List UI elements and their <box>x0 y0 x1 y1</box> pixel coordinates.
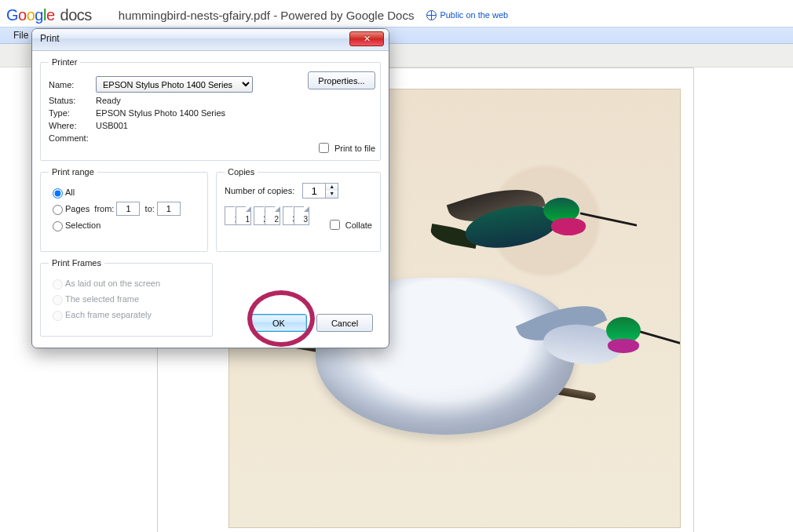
print-range-group: Print range All Pages from: to: <box>40 167 208 252</box>
google-logo: Google docs <box>6 6 92 24</box>
close-icon: ✕ <box>364 34 371 43</box>
public-on-web-label: Public on the web <box>440 10 508 20</box>
range-from-label: from: <box>94 204 114 213</box>
cancel-button[interactable]: Cancel <box>316 314 373 332</box>
range-pages-radio[interactable] <box>53 205 63 215</box>
dialog-titlebar[interactable]: Print ✕ <box>32 29 389 51</box>
collate-label: Collate <box>345 220 372 230</box>
comment-label: Comment: <box>49 133 96 143</box>
where-value: USB001 <box>96 121 128 130</box>
frames-each-radio <box>53 311 63 321</box>
range-to-input[interactable] <box>157 202 181 216</box>
page-icon: 1 <box>236 206 251 225</box>
where-label: Where: <box>49 121 96 130</box>
app-header: Google docs hummingbird-nests-gfairy.pdf… <box>0 0 793 27</box>
properties-button[interactable]: Properties... <box>308 71 375 89</box>
printer-group: Printer Name: EPSON Stylus Photo 1400 Se… <box>40 57 381 161</box>
num-copies-spinner: ▲ ▼ <box>302 183 338 199</box>
print-to-file-wrap: Print to file <box>316 140 375 155</box>
print-dialog: Print ✕ Printer Name: EPSON Stylus Photo… <box>31 28 389 348</box>
copies-legend: Copies <box>225 167 258 177</box>
frames-selected-radio <box>53 295 63 305</box>
print-frames-legend: Print Frames <box>49 258 104 268</box>
type-label: Type: <box>49 108 96 118</box>
frames-each-label: Each frame separately <box>65 310 152 319</box>
printer-name-label: Name: <box>49 80 96 89</box>
frames-selected-label: The selected frame <box>65 294 139 304</box>
copies-group: Copies Number of copies: ▲ ▼ 1 1 <box>216 167 381 252</box>
type-value: EPSON Stylus Photo 1400 Series <box>96 108 225 118</box>
dialog-title: Print <box>40 33 60 44</box>
print-to-file-checkbox[interactable] <box>319 143 329 153</box>
num-copies-label: Number of copies: <box>225 186 294 195</box>
frames-aslaid-label: As laid out on the screen <box>65 279 160 288</box>
collate-checkbox[interactable] <box>330 220 340 230</box>
range-all-radio[interactable] <box>53 188 63 199</box>
document-title: hummingbird-nests-gfairy.pdf - Powered b… <box>119 9 415 22</box>
page-icon: 2 <box>265 206 280 225</box>
num-copies-input[interactable] <box>302 183 326 199</box>
range-from-input[interactable] <box>116 202 140 216</box>
print-range-legend: Print range <box>49 167 97 177</box>
logo-suffix: docs <box>60 6 92 24</box>
printer-name-select[interactable]: EPSON Stylus Photo 1400 Series <box>96 76 253 93</box>
page-icon: 3 <box>294 206 309 225</box>
globe-icon <box>426 10 437 20</box>
range-to-label: to: <box>145 204 155 213</box>
range-all-label: All <box>65 188 75 197</box>
spinner-up[interactable]: ▲ <box>326 184 338 191</box>
range-selection-label: Selection <box>65 220 100 230</box>
range-selection-radio[interactable] <box>53 221 63 231</box>
status-value: Ready <box>96 96 121 105</box>
frames-aslaid-radio <box>53 279 63 290</box>
spinner-down[interactable]: ▼ <box>326 191 338 198</box>
printer-legend: Printer <box>49 57 80 67</box>
print-frames-group: Print Frames As laid out on the screen T… <box>40 258 213 337</box>
status-label: Status: <box>49 96 96 105</box>
print-to-file-label: Print to file <box>334 144 375 153</box>
public-on-web-link[interactable]: Public on the web <box>426 10 508 20</box>
ok-button[interactable]: OK <box>250 314 307 332</box>
close-button[interactable]: ✕ <box>349 31 384 46</box>
range-pages-label: Pages <box>65 204 90 213</box>
